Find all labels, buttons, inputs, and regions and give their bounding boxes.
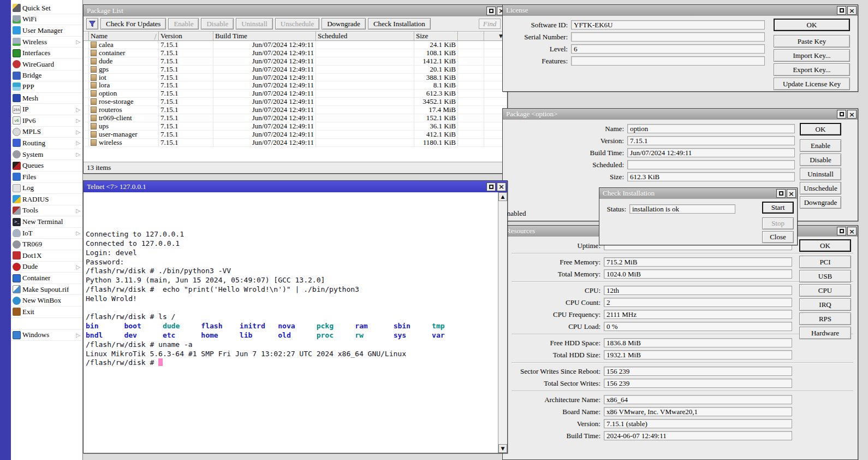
column-header-name[interactable]: Name/ [89,32,159,41]
sidebar-item-mpls[interactable]: MPLS▷ [11,127,82,138]
downgrade-button[interactable]: Downgrade [322,18,366,30]
check-installation-button[interactable]: Check Installation [368,18,431,30]
package-list-titlebar[interactable]: Package List × [84,5,507,16]
sidebar-item-wireguard[interactable]: WireGuard [11,59,82,70]
package-option-maximize-button[interactable] [837,110,846,119]
sidebar-item-ipv6[interactable]: v6IPv6▷ [11,115,82,127]
level-field[interactable]: 6 [571,44,765,54]
sidebar-item-log[interactable]: Log [11,183,82,194]
check-installation-close-button[interactable]: × [787,189,796,198]
sidebar-item-windows[interactable]: Windows▷ [11,329,82,341]
sidebar-item-radius[interactable]: RADIUS [11,194,82,205]
disable-button[interactable]: Disable [800,154,841,166]
sidebar-item-queues[interactable]: Queues [11,160,82,172]
features-field[interactable] [571,56,765,66]
sidebar-item-user-manager[interactable]: User Manager [11,25,82,37]
package-row-iot[interactable]: iot7.15.1Jun/07/2024 12:49:11388.1 KiB [84,74,507,82]
cpu-load-field[interactable]: 0 % [604,322,792,331]
terminal-output[interactable]: Connecting to 127.0.0.1Connected to 127.… [86,193,496,452]
sidebar-item-tools[interactable]: Tools▷ [11,205,82,217]
package-row-gps[interactable]: gps7.15.1Jun/07/2024 12:49:1120.1 KiB [84,66,507,74]
check-installation-titlebar[interactable]: Check Installation × [599,188,797,199]
cpu-frequency-field[interactable]: 2111 MHz [604,310,792,319]
find-input[interactable]: Find [479,19,501,29]
filter-button[interactable] [86,18,98,30]
resources-maximize-button[interactable] [837,227,846,235]
column-header-build-time[interactable]: Build Time [213,32,316,41]
package-row-dude[interactable]: dude7.15.1Jun/07/2024 12:49:111412.1 KiB [84,57,507,66]
sidebar-item-mesh[interactable]: Mesh [11,93,82,104]
cpu-button[interactable]: CPU [799,284,851,297]
sidebar-item-new-terminal[interactable]: >_New Terminal [11,216,82,228]
package-option-titlebar[interactable]: Package <option> × [503,109,858,120]
telnet-maximize-button[interactable] [486,182,496,191]
serial-number-field[interactable] [571,32,765,42]
package-option-close-button[interactable]: × [847,110,857,119]
irq-button[interactable]: IRQ [799,298,851,311]
sidebar-item-ip[interactable]: 255IP▷ [11,104,82,115]
size-field[interactable]: 612.3 KiB [627,172,795,181]
column-header-size[interactable]: Size [414,32,458,41]
package-row-calea[interactable]: calea7.15.1Jun/07/2024 12:49:1124.1 KiB [84,41,507,49]
downgrade-button[interactable]: Downgrade [800,196,841,209]
usb-button[interactable]: USB [799,270,851,282]
sidebar-item-dot1x[interactable]: Dot1X [11,250,82,262]
name-field[interactable]: option [627,124,795,133]
uninstall-button[interactable]: Uninstall [800,168,841,180]
check-for-updates-button[interactable]: Check For Updates [100,18,166,30]
telnet-close-button[interactable]: × [497,182,506,191]
package-row-lora[interactable]: lora7.15.1Jun/07/2024 12:49:118.1 KiB [84,81,507,90]
package-row-ups[interactable]: ups7.15.1Jun/07/2024 12:49:1136.1 KiB [84,122,507,131]
license-titlebar[interactable]: License × [503,5,858,16]
ok-button[interactable]: OK [799,239,851,252]
build-time-field[interactable]: 2024-06-07 12:49:11 [604,431,792,440]
package-row-tr069-client[interactable]: tr069-client7.15.1Jun/07/2024 12:49:1115… [84,114,507,122]
scroll-down-button[interactable]: ▼ [498,444,507,453]
sidebar-item-iot[interactable]: IoT▷ [11,228,82,239]
sidebar-item-tr069[interactable]: TR069 [11,239,82,250]
ok-button[interactable]: OK [800,123,841,135]
sidebar-item-make-supout-rif[interactable]: Make Supout.rif [11,284,82,296]
sidebar-item-ppp[interactable]: PPP [11,81,82,93]
disable-button[interactable]: Disable [201,18,234,30]
enable-button[interactable]: Enable [800,139,841,152]
free-memory-field[interactable]: 715.2 MiB [604,257,792,267]
sidebar-item-system[interactable]: System▷ [11,149,82,161]
package-row-routeros[interactable]: routeros7.15.1Jun/07/2024 12:49:1117.4 M… [84,106,507,114]
ok-button[interactable]: OK [774,19,850,31]
architecture-name-field[interactable]: x86_64 [604,395,792,404]
package-row-user-manager[interactable]: user-manager7.15.1Jun/07/2024 12:49:1141… [84,131,507,139]
license-close-button[interactable]: × [847,6,857,15]
build-time-field[interactable]: Jun/07/2024 12:49:11 [627,148,795,157]
scroll-up-button[interactable]: ▲ [498,192,507,201]
update-license-key-button[interactable]: Update License Key [774,78,850,90]
unschedule-button[interactable]: Unschedule [800,182,841,194]
sidebar-item-new-winbox[interactable]: New WinBox [11,295,82,306]
sidebar-item-quick-set[interactable]: Quick Set [11,3,82,14]
sidebar-item-wireless[interactable]: Wireless▷ [11,37,82,48]
sector-writes-since-reboot-field[interactable]: 156 239 [604,367,792,376]
sidebar-item-files[interactable]: Files [11,172,82,183]
package-row-rose-storage[interactable]: rose-storage7.15.1Jun/07/2024 12:49:1134… [84,98,507,106]
cpu-field[interactable]: 12th [604,286,792,295]
scheduled-field[interactable] [627,160,795,169]
enable-button[interactable]: Enable [168,18,199,30]
sidebar-item-interfaces[interactable]: Interfaces [11,48,82,59]
pci-button[interactable]: PCI [799,256,851,268]
export-key-button[interactable]: Export Key... [774,63,850,76]
total-hdd-size-field[interactable]: 1932.1 MiB [604,350,792,359]
hardware-button[interactable]: Hardware [799,327,851,339]
sidebar-item-container[interactable]: Container [11,273,82,284]
license-maximize-button[interactable] [837,6,846,15]
version-field[interactable]: 7.15.1 [627,136,795,145]
package-list-maximize-button[interactable] [486,7,496,15]
total-memory-field[interactable]: 1024.0 MiB [604,269,792,279]
close-button[interactable]: Close [762,231,794,243]
sidebar-item-dude[interactable]: Dude▷ [11,262,82,273]
free-hdd-space-field[interactable]: 1836.8 MiB [604,338,792,347]
package-row-wireless[interactable]: wireless7.15.1Jun/07/2024 12:49:111180.1… [84,139,507,147]
total-sector-writes-field[interactable]: 156 239 [604,379,792,388]
package-row-option[interactable]: option7.15.1Jun/07/2024 12:49:11612.3 Ki… [84,90,507,98]
check-installation-maximize-button[interactable] [776,189,786,198]
start-button[interactable]: Start [762,202,794,214]
